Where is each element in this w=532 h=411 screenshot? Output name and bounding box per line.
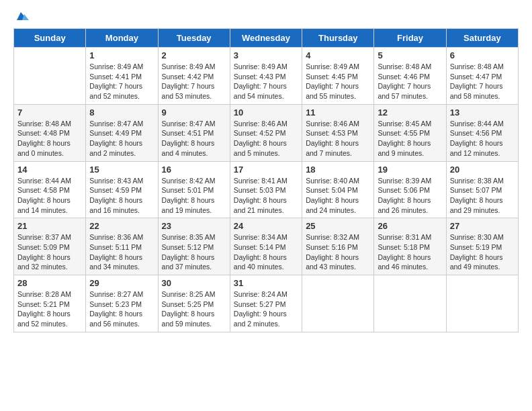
calendar-cell: 7Sunrise: 8:48 AMSunset: 4:48 PMDaylight… bbox=[14, 104, 86, 161]
calendar-week-row: 21Sunrise: 8:37 AMSunset: 5:09 PMDayligh… bbox=[14, 218, 519, 275]
cell-info: Sunrise: 8:43 AMSunset: 4:59 PMDaylight:… bbox=[89, 176, 154, 216]
cell-info: Sunrise: 8:34 AMSunset: 5:14 PMDaylight:… bbox=[234, 232, 298, 272]
cell-info: Sunrise: 8:36 AMSunset: 5:11 PMDaylight:… bbox=[89, 232, 154, 272]
cell-info: Sunrise: 8:48 AMSunset: 4:48 PMDaylight:… bbox=[17, 119, 82, 158]
calendar-cell: 19Sunrise: 8:39 AMSunset: 5:06 PMDayligh… bbox=[374, 161, 446, 218]
calendar-cell: 5Sunrise: 8:48 AMSunset: 4:46 PMDaylight… bbox=[374, 48, 446, 105]
cell-day-number: 20 bbox=[450, 165, 515, 175]
cell-info: Sunrise: 8:44 AMSunset: 4:56 PMDaylight:… bbox=[450, 119, 515, 158]
calendar-cell: 3Sunrise: 8:49 AMSunset: 4:43 PMDaylight… bbox=[230, 48, 302, 105]
calendar-cell: 13Sunrise: 8:44 AMSunset: 4:56 PMDayligh… bbox=[446, 104, 518, 161]
cell-info: Sunrise: 8:48 AMSunset: 4:47 PMDaylight:… bbox=[450, 62, 515, 101]
cell-day-number: 10 bbox=[234, 107, 298, 118]
calendar-week-row: 7Sunrise: 8:48 AMSunset: 4:48 PMDaylight… bbox=[14, 104, 519, 161]
weekday-header-wednesday: Wednesday bbox=[230, 29, 302, 48]
cell-day-number: 8 bbox=[89, 107, 154, 118]
calendar-cell: 26Sunrise: 8:31 AMSunset: 5:18 PMDayligh… bbox=[374, 218, 446, 275]
calendar-cell: 25Sunrise: 8:32 AMSunset: 5:16 PMDayligh… bbox=[302, 218, 374, 275]
cell-day-number: 11 bbox=[306, 107, 370, 118]
cell-info: Sunrise: 8:37 AMSunset: 5:09 PMDaylight:… bbox=[17, 232, 82, 272]
cell-info: Sunrise: 8:47 AMSunset: 4:51 PMDaylight:… bbox=[162, 119, 226, 158]
weekday-header-monday: Monday bbox=[86, 29, 158, 48]
cell-day-number: 7 bbox=[17, 107, 82, 118]
calendar-cell: 29Sunrise: 8:27 AMSunset: 5:23 PMDayligh… bbox=[86, 275, 158, 332]
calendar-cell: 27Sunrise: 8:30 AMSunset: 5:19 PMDayligh… bbox=[446, 218, 518, 275]
cell-info: Sunrise: 8:47 AMSunset: 4:49 PMDaylight:… bbox=[89, 119, 154, 158]
cell-day-number: 2 bbox=[162, 50, 226, 60]
cell-day-number: 15 bbox=[89, 165, 154, 175]
cell-day-number: 25 bbox=[306, 221, 370, 231]
calendar-cell: 20Sunrise: 8:38 AMSunset: 5:07 PMDayligh… bbox=[446, 161, 518, 218]
calendar-cell: 31Sunrise: 8:24 AMSunset: 5:27 PMDayligh… bbox=[230, 275, 302, 332]
cell-info: Sunrise: 8:39 AMSunset: 5:06 PMDaylight:… bbox=[378, 176, 442, 216]
cell-day-number: 1 bbox=[89, 50, 154, 60]
weekday-header-thursday: Thursday bbox=[302, 29, 374, 48]
cell-info: Sunrise: 8:38 AMSunset: 5:07 PMDaylight:… bbox=[450, 176, 515, 216]
cell-info: Sunrise: 8:46 AMSunset: 4:53 PMDaylight:… bbox=[306, 119, 370, 158]
calendar-cell: 11Sunrise: 8:46 AMSunset: 4:53 PMDayligh… bbox=[302, 104, 374, 161]
cell-info: Sunrise: 8:30 AMSunset: 5:19 PMDaylight:… bbox=[450, 232, 515, 272]
cell-info: Sunrise: 8:49 AMSunset: 4:43 PMDaylight:… bbox=[234, 62, 298, 101]
calendar-cell: 16Sunrise: 8:42 AMSunset: 5:01 PMDayligh… bbox=[158, 161, 230, 218]
cell-day-number: 5 bbox=[378, 50, 442, 60]
cell-day-number: 22 bbox=[89, 221, 154, 231]
cell-day-number: 24 bbox=[234, 221, 298, 231]
cell-info: Sunrise: 8:28 AMSunset: 5:21 PMDaylight:… bbox=[17, 289, 82, 329]
cell-info: Sunrise: 8:42 AMSunset: 5:01 PMDaylight:… bbox=[162, 176, 226, 216]
calendar-cell: 2Sunrise: 8:49 AMSunset: 4:42 PMDaylight… bbox=[158, 48, 230, 105]
cell-day-number: 21 bbox=[17, 221, 82, 231]
cell-day-number: 31 bbox=[234, 278, 298, 288]
cell-info: Sunrise: 8:27 AMSunset: 5:23 PMDaylight:… bbox=[89, 289, 154, 329]
page-header bbox=[13, 11, 519, 24]
calendar-cell: 1Sunrise: 8:49 AMSunset: 4:41 PMDaylight… bbox=[86, 48, 158, 105]
cell-info: Sunrise: 8:49 AMSunset: 4:41 PMDaylight:… bbox=[89, 62, 154, 101]
weekday-header-row: SundayMondayTuesdayWednesdayThursdayFrid… bbox=[14, 29, 519, 48]
cell-day-number: 26 bbox=[378, 221, 442, 231]
cell-day-number: 17 bbox=[234, 165, 298, 175]
cell-day-number: 28 bbox=[17, 278, 82, 288]
cell-info: Sunrise: 8:31 AMSunset: 5:18 PMDaylight:… bbox=[378, 232, 442, 272]
cell-day-number: 4 bbox=[306, 50, 370, 60]
calendar-cell bbox=[374, 275, 446, 332]
cell-info: Sunrise: 8:25 AMSunset: 5:25 PMDaylight:… bbox=[162, 289, 226, 329]
calendar-cell: 28Sunrise: 8:28 AMSunset: 5:21 PMDayligh… bbox=[14, 275, 86, 332]
cell-day-number: 9 bbox=[162, 107, 226, 118]
weekday-header-sunday: Sunday bbox=[14, 29, 86, 48]
weekday-header-tuesday: Tuesday bbox=[158, 29, 230, 48]
cell-day-number: 19 bbox=[378, 165, 442, 175]
cell-day-number: 12 bbox=[378, 107, 442, 118]
calendar-week-row: 14Sunrise: 8:44 AMSunset: 4:58 PMDayligh… bbox=[14, 161, 519, 218]
cell-info: Sunrise: 8:45 AMSunset: 4:55 PMDaylight:… bbox=[378, 119, 442, 158]
calendar-cell: 23Sunrise: 8:35 AMSunset: 5:12 PMDayligh… bbox=[158, 218, 230, 275]
calendar-cell: 14Sunrise: 8:44 AMSunset: 4:58 PMDayligh… bbox=[14, 161, 86, 218]
cell-day-number: 23 bbox=[162, 221, 226, 231]
calendar-cell: 30Sunrise: 8:25 AMSunset: 5:25 PMDayligh… bbox=[158, 275, 230, 332]
cell-info: Sunrise: 8:40 AMSunset: 5:04 PMDaylight:… bbox=[306, 176, 370, 216]
cell-info: Sunrise: 8:24 AMSunset: 5:27 PMDaylight:… bbox=[234, 289, 298, 329]
cell-info: Sunrise: 8:32 AMSunset: 5:16 PMDaylight:… bbox=[306, 232, 370, 272]
cell-info: Sunrise: 8:48 AMSunset: 4:46 PMDaylight:… bbox=[378, 62, 442, 101]
cell-info: Sunrise: 8:49 AMSunset: 4:45 PMDaylight:… bbox=[306, 62, 370, 101]
calendar-cell: 4Sunrise: 8:49 AMSunset: 4:45 PMDaylight… bbox=[302, 48, 374, 105]
cell-info: Sunrise: 8:49 AMSunset: 4:42 PMDaylight:… bbox=[162, 62, 226, 101]
logo-icon bbox=[15, 11, 29, 21]
calendar-cell: 22Sunrise: 8:36 AMSunset: 5:11 PMDayligh… bbox=[86, 218, 158, 275]
calendar-cell bbox=[446, 275, 518, 332]
calendar-cell: 6Sunrise: 8:48 AMSunset: 4:47 PMDaylight… bbox=[446, 48, 518, 105]
cell-day-number: 30 bbox=[162, 278, 226, 288]
cell-info: Sunrise: 8:44 AMSunset: 4:58 PMDaylight:… bbox=[17, 176, 82, 216]
calendar-table: SundayMondayTuesdayWednesdayThursdayFrid… bbox=[13, 28, 519, 332]
cell-day-number: 27 bbox=[450, 221, 515, 231]
cell-day-number: 18 bbox=[306, 165, 370, 175]
calendar-cell: 12Sunrise: 8:45 AMSunset: 4:55 PMDayligh… bbox=[374, 104, 446, 161]
calendar-week-row: 28Sunrise: 8:28 AMSunset: 5:21 PMDayligh… bbox=[14, 275, 519, 332]
cell-day-number: 29 bbox=[89, 278, 154, 288]
cell-day-number: 16 bbox=[162, 165, 226, 175]
calendar-cell: 10Sunrise: 8:46 AMSunset: 4:52 PMDayligh… bbox=[230, 104, 302, 161]
calendar-cell: 21Sunrise: 8:37 AMSunset: 5:09 PMDayligh… bbox=[14, 218, 86, 275]
calendar-week-row: 1Sunrise: 8:49 AMSunset: 4:41 PMDaylight… bbox=[14, 48, 519, 105]
calendar-cell bbox=[302, 275, 374, 332]
cell-info: Sunrise: 8:35 AMSunset: 5:12 PMDaylight:… bbox=[162, 232, 226, 272]
calendar-cell: 15Sunrise: 8:43 AMSunset: 4:59 PMDayligh… bbox=[86, 161, 158, 218]
cell-day-number: 14 bbox=[17, 165, 82, 175]
